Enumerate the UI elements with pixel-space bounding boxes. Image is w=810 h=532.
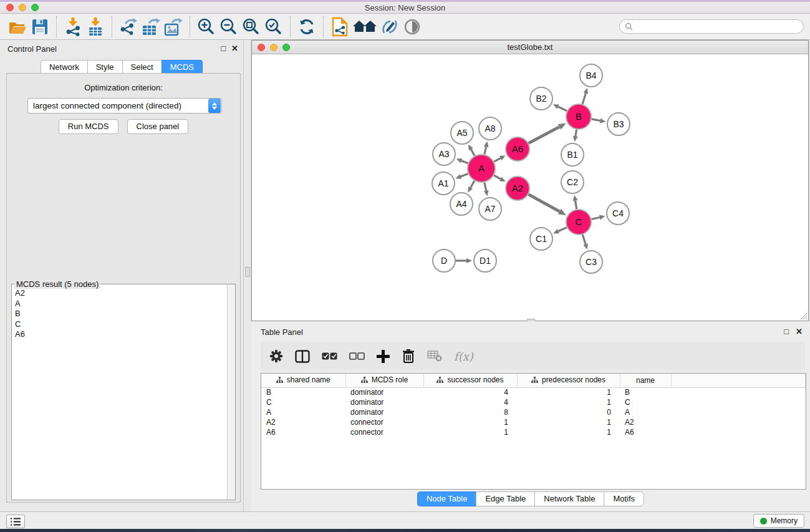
table-row[interactable]: Adominator80A [261, 407, 806, 417]
homes-icon [352, 19, 377, 34]
toolbar-search[interactable] [619, 19, 804, 34]
float-panel-icon[interactable]: □ [221, 44, 226, 54]
result-scrollbar[interactable] [227, 284, 235, 500]
column-attribute-icon [276, 377, 283, 384]
zoom-in-button[interactable] [195, 15, 218, 39]
edge-A6-B[interactable] [529, 127, 559, 143]
label-toggle-button[interactable] [378, 15, 401, 39]
vertical-splitter[interactable] [244, 40, 251, 511]
task-history-button[interactable] [6, 515, 25, 528]
column-header-predecessor-nodes[interactable]: predecessor nodes [517, 374, 620, 387]
edge-A-A2[interactable] [494, 175, 501, 179]
edge-C-C4[interactable] [591, 218, 599, 220]
refresh-icon [298, 18, 316, 36]
mcds-result-item[interactable]: A2 [12, 288, 226, 299]
resize-grip-icon[interactable] [799, 312, 808, 320]
select-all-columns-button[interactable] [322, 352, 337, 360]
edge-C-C2[interactable] [576, 201, 577, 210]
column-settings-button[interactable] [269, 349, 283, 363]
import-table-button[interactable] [84, 15, 107, 39]
column-header-shared-name[interactable]: shared name [261, 374, 345, 387]
split-panel-icon [295, 350, 310, 363]
node-label-C: C [576, 216, 582, 227]
edge-A2-C[interactable] [529, 195, 560, 211]
refresh-button[interactable] [296, 15, 318, 39]
delete-table-button[interactable] [427, 351, 442, 362]
import-network-button[interactable] [62, 15, 84, 39]
edge-B-B3[interactable] [592, 119, 600, 121]
zoom-out-icon [219, 17, 238, 36]
main-toolbar [0, 14, 810, 40]
split-panel-button[interactable] [295, 350, 310, 363]
open-session-button[interactable] [6, 15, 29, 39]
node-label-A2: A2 [512, 183, 523, 193]
tab-network-table[interactable]: Network Table [534, 491, 604, 506]
mcds-result-item[interactable]: A [12, 299, 226, 309]
column-header-mcds-role[interactable]: MCDS role [345, 374, 423, 387]
table-row[interactable]: Bdominator41B [261, 387, 806, 397]
table-row[interactable]: A2connector11A2 [261, 417, 806, 427]
edge-A-A4[interactable] [471, 181, 475, 188]
column-header-name[interactable]: name [620, 374, 671, 387]
edge-A-A5[interactable] [471, 149, 475, 155]
home-button[interactable] [351, 15, 378, 39]
run-mcds-button[interactable]: Run MCDS [59, 119, 118, 134]
search-input[interactable] [636, 22, 798, 31]
zoom-out-button[interactable] [218, 15, 240, 39]
network-canvas[interactable]: B4B2BB3A8A5A6A3B1AC2A1A2A4A7C4CC1DD1C3 [252, 54, 808, 321]
search-icon [625, 22, 633, 31]
save-session-button[interactable] [29, 15, 51, 39]
edge-A-A1[interactable] [461, 173, 468, 177]
function-builder-button[interactable]: f(x) [454, 350, 473, 363]
edge-arrowhead [573, 136, 578, 142]
edge-C-C3[interactable] [582, 235, 586, 244]
close-panel-icon[interactable]: ✕ [796, 327, 803, 337]
app-titlebar[interactable]: Session: New Session [0, 2, 810, 14]
zoom-selected-button[interactable] [263, 15, 285, 39]
checked-boxes-icon [322, 352, 337, 360]
add-column-button[interactable] [377, 350, 390, 363]
tab-edge-table[interactable]: Edge Table [476, 491, 534, 506]
table-row[interactable]: Cdominator41C [261, 397, 806, 407]
minimize-window-button[interactable] [19, 4, 26, 11]
memory-button[interactable]: Memory [753, 514, 804, 528]
table-row[interactable]: A6connector11A6 [261, 427, 806, 437]
mcds-result-box: MCDS result (5 nodes) A2ABCA6 [11, 284, 236, 500]
export-network-button[interactable] [117, 15, 140, 39]
export-table-button[interactable] [140, 15, 162, 39]
edge-B-B1[interactable] [576, 130, 577, 137]
splitter-grip[interactable] [245, 267, 250, 277]
column-header-successor-nodes[interactable]: successor nodes [423, 374, 517, 387]
edge-arrowhead [466, 258, 472, 263]
tab-node-table[interactable]: Node Table [417, 491, 476, 506]
visibility-button[interactable] [401, 15, 423, 39]
toolbar-separator [56, 16, 57, 37]
network-from-document-button[interactable] [329, 15, 351, 39]
mcds-result-item[interactable]: A6 [12, 329, 226, 340]
mcds-result-item[interactable]: C [12, 319, 226, 330]
edge-A-A3[interactable] [461, 161, 468, 163]
unselect-all-columns-button[interactable] [349, 352, 365, 360]
export-image-button[interactable] [162, 15, 185, 39]
edge-A-A6[interactable] [494, 158, 500, 162]
edge-B-B4[interactable] [582, 94, 586, 104]
edge-C-C1[interactable] [558, 228, 566, 231]
delete-column-button[interactable] [402, 349, 415, 364]
criterion-dropdown[interactable]: largest connected component (directed) [27, 98, 222, 114]
zoom-fit-button[interactable] [240, 15, 263, 39]
edge-B-B2[interactable] [558, 107, 567, 111]
network-window-titlebar[interactable]: testGlobe.txt [252, 41, 808, 54]
float-panel-icon[interactable]: □ [784, 327, 789, 337]
mcds-result-item[interactable]: B [12, 309, 226, 319]
zoom-window-button[interactable] [31, 4, 39, 11]
edge-arrowhead [573, 195, 578, 201]
control-panel-header: Control Panel □ ✕ [0, 44, 243, 55]
close-panel-button[interactable]: Close panel [127, 119, 189, 134]
edge-A-A7[interactable] [485, 182, 486, 190]
close-panel-icon[interactable]: ✕ [231, 44, 238, 54]
edge-A-A8[interactable] [485, 147, 486, 154]
node-label-C4: C4 [612, 208, 624, 218]
close-window-button[interactable] [6, 4, 14, 11]
edge-arrowhead [583, 88, 588, 94]
tab-motifs[interactable]: Motifs [604, 491, 644, 506]
